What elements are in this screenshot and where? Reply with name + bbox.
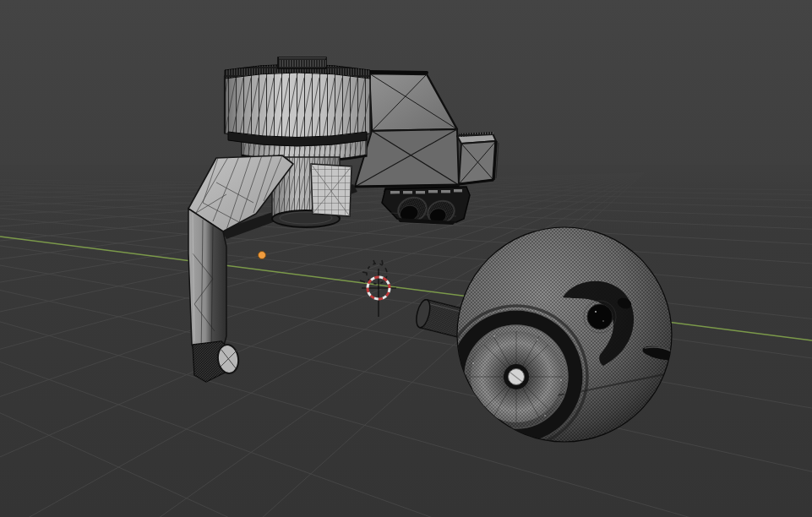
gimbal-drum	[225, 64, 370, 146]
gimbal-mount-panel	[311, 164, 352, 216]
object-origin-dot[interactable]	[259, 252, 266, 259]
sphere-eye-lens	[587, 304, 613, 329]
viewport-canvas[interactable]	[0, 0, 812, 517]
blender-3d-viewport[interactable]	[0, 0, 812, 517]
gimbal-top-cap	[278, 57, 326, 68]
